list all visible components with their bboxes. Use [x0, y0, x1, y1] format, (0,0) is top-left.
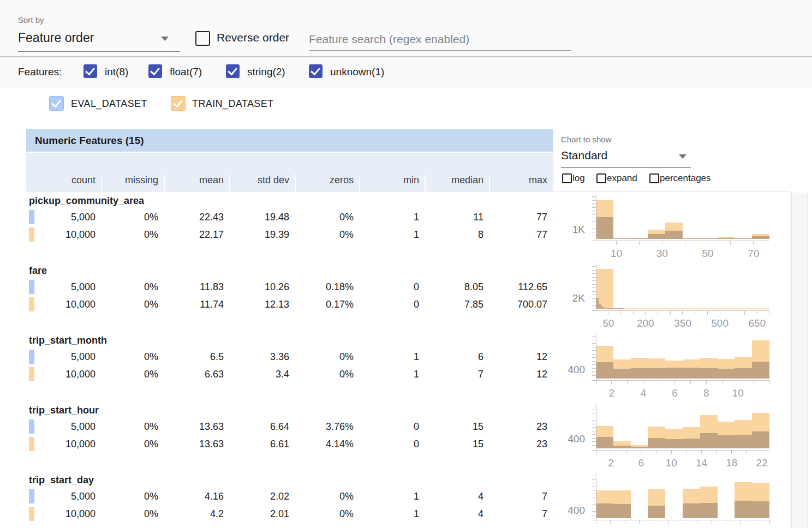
stat-cell-median: 7.85: [425, 296, 489, 313]
stat-cell-max: 12: [489, 365, 553, 383]
chart-type-dropdown[interactable]: Standard: [561, 149, 607, 162]
sort-by-dropdown[interactable]: Feature order: [18, 31, 94, 45]
stat-cell-zeros: 0.17%: [295, 296, 359, 313]
stat-cell-mean: 22.17: [164, 226, 229, 243]
stat-cell-count: 5,000: [26, 278, 101, 296]
numeric-features-title: Numeric Features (15): [26, 129, 553, 152]
stat-cell-missing: 0%: [101, 348, 164, 365]
stat-cell-mean: 6.63: [164, 365, 229, 383]
column-header-std-dev: std dev: [229, 175, 295, 191]
float-filter-checkbox[interactable]: [148, 64, 162, 78]
stat-cell-count: 10,000: [26, 365, 101, 383]
stat-cell-zeros: 0%: [295, 365, 359, 383]
reverse-order-checkbox[interactable]: [195, 31, 210, 46]
svg-text:650: 650: [748, 317, 766, 329]
stat-cell-zeros: 0%: [295, 208, 359, 226]
stat-cell-std-dev: 12.13: [229, 296, 295, 313]
stat-cell-std-dev: 6.61: [229, 435, 295, 453]
stat-cell-mean: 11.83: [164, 278, 229, 296]
svg-text:30: 30: [656, 248, 668, 259]
stat-cell-std-dev: 19.48: [229, 208, 295, 226]
expand-checkbox[interactable]: [596, 173, 606, 183]
vertical-scrollbar-track[interactable]: [791, 193, 808, 528]
stat-cell-zeros: 0.18%: [295, 278, 359, 296]
train-dataset-color-chip: [29, 437, 34, 451]
stat-cell-min: 1: [359, 226, 425, 243]
feature-name: trip_start_day: [29, 472, 94, 488]
feature-search-input[interactable]: [309, 30, 571, 49]
stat-row-eval: 5,0000%11.8310.260.18%08.05112.65: [26, 278, 553, 296]
stat-cell-missing: 0%: [101, 488, 164, 505]
stat-cell-count: 10,000: [26, 296, 101, 313]
percentages-label: percentages: [660, 173, 711, 184]
stat-cell-zeros: 3.76%: [295, 418, 359, 435]
stat-cell-zeros: 4.14%: [295, 435, 359, 453]
string-filter-checkbox[interactable]: [226, 64, 240, 78]
chevron-down-icon[interactable]: [679, 154, 686, 159]
stat-cell-mean: 4.16: [164, 488, 229, 505]
eval-dataset-color-chip: [29, 350, 34, 364]
int-filter-checkbox[interactable]: [83, 64, 97, 78]
expand-label: expand: [607, 173, 637, 184]
toolbar: Sort by Feature order Reverse order: [0, 0, 812, 57]
stat-cell-std-dev: 2.01: [229, 505, 295, 523]
stat-cell-missing: 0%: [101, 278, 164, 296]
percentages-checkbox[interactable]: [649, 173, 659, 183]
stat-row-train: 10,0000%22.1719.390%1877: [26, 226, 553, 243]
stat-row-train: 10,0000%13.636.614.14%01523: [26, 435, 553, 453]
train-dataset-label: TRAIN_DATASET: [192, 98, 274, 110]
stat-cell-min: 0: [359, 278, 425, 296]
stat-cell-min: 0: [359, 435, 425, 453]
stat-cell-missing: 0%: [101, 365, 164, 383]
stat-cell-std-dev: 19.39: [229, 226, 295, 243]
feature-block-pickup_community_area: pickup_community_area5,0000%22.4319.480%…: [0, 192, 812, 262]
stat-cell-std-dev: 3.36: [229, 348, 295, 365]
column-header-max: max: [489, 175, 553, 191]
stat-cell-min: 1: [359, 365, 425, 383]
stat-cell-mean: 13.63: [164, 435, 229, 453]
facets-overview-app: Sort by Feature order Reverse order Feat…: [0, 0, 812, 528]
stat-cell-min: 0: [359, 296, 425, 313]
train-dataset-color-chip: [29, 367, 34, 381]
column-header-mean: mean: [164, 175, 229, 191]
stat-cell-std-dev: 3.4: [229, 365, 295, 383]
train-dataset-checkbox[interactable]: [171, 96, 186, 111]
sort-by-underline: [18, 51, 180, 52]
stat-cell-min: 0: [359, 418, 425, 435]
stat-cell-std-dev: 10.26: [229, 278, 295, 296]
stat-cell-max: 23: [489, 418, 553, 435]
log-checkbox[interactable]: [562, 173, 572, 183]
stat-row-train: 10,0000%6.633.40%1712: [26, 365, 553, 383]
svg-text:50: 50: [602, 317, 614, 329]
eval-dataset-checkbox[interactable]: [49, 96, 64, 111]
feature-name: pickup_community_area: [29, 193, 144, 208]
unknown-filter-checkbox[interactable]: [309, 64, 323, 78]
stat-row-eval: 5,0000%22.4319.480%11177: [26, 208, 553, 226]
eval-dataset-color-chip: [29, 210, 34, 224]
column-header-min: min: [359, 175, 425, 191]
stat-cell-min: 1: [359, 348, 425, 365]
svg-text:18: 18: [726, 457, 737, 469]
eval-dataset-color-chip: [29, 280, 34, 294]
stat-cell-mean: 6.5: [164, 348, 229, 365]
stat-cell-missing: 0%: [101, 208, 164, 226]
stat-cell-mean: 11.74: [164, 296, 229, 313]
stat-cell-min: 1: [359, 488, 425, 505]
eval-dataset-color-chip: [29, 419, 34, 434]
stat-row-eval: 5,0000%13.636.643.76%01523: [26, 418, 553, 435]
stat-cell-count: 5,000: [26, 348, 101, 365]
stat-cell-count: 5,000: [26, 488, 101, 505]
stat-cell-std-dev: 2.02: [229, 488, 295, 505]
float-filter-label: float(7): [170, 66, 202, 78]
stat-cell-missing: 0%: [101, 505, 164, 523]
stat-cell-std-dev: 6.64: [229, 418, 295, 435]
stat-cell-missing: 0%: [101, 418, 164, 435]
histogram-pickup_community_area: 1K10305070: [561, 193, 774, 262]
stat-cell-median: 4: [425, 488, 489, 505]
stat-cell-max: 7: [489, 488, 553, 505]
train-dataset-color-chip: [29, 507, 34, 521]
chevron-down-icon[interactable]: [161, 37, 169, 41]
svg-text:10: 10: [732, 387, 744, 399]
stat-cell-max: 12: [489, 348, 553, 365]
feature-name: trip_start_hour: [29, 403, 99, 418]
